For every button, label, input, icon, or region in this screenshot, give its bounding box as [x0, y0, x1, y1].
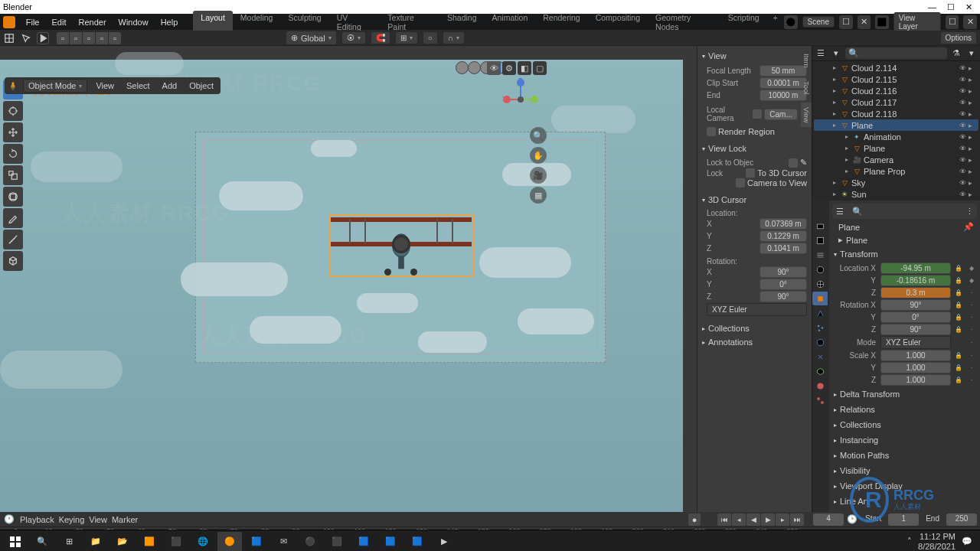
pivot-dropdown[interactable]: ⦿▾	[341, 31, 366, 44]
view-camera-toggle-icon[interactable]: 👁	[487, 61, 501, 75]
local-camera-checkbox[interactable]	[753, 109, 762, 119]
prop-tab-modifier[interactable]	[812, 306, 828, 320]
lock-object-field[interactable]	[789, 158, 798, 168]
tab-uvediting[interactable]: UV Editing	[329, 11, 381, 34]
timeline-menu-keying[interactable]: Keying	[59, 515, 85, 524]
panel-annotations-header[interactable]: Annotations	[701, 335, 808, 349]
close-button[interactable]: ✕	[965, 2, 972, 12]
outliner-item-cloud-2-116[interactable]: ▸Cloud 2.116👁▸	[814, 85, 978, 96]
eye-icon[interactable]: 👁	[959, 76, 968, 83]
eye-icon[interactable]: 👁	[959, 191, 968, 198]
keyframe-icon[interactable]: ·	[966, 302, 977, 308]
gizmo-toggle-icon[interactable]: ⚙	[502, 61, 516, 75]
header-menu-view[interactable]: View	[92, 80, 118, 92]
scale-z-field[interactable]: 1.000	[880, 374, 951, 386]
scale-x-field[interactable]: 1.000	[880, 350, 951, 361]
cam-to-view-checkbox[interactable]	[736, 178, 745, 187]
keyframe-icon[interactable]: ·	[966, 339, 977, 346]
prop-editor-icon[interactable]: ☰	[834, 205, 846, 217]
location-z-field[interactable]: 0.3 m	[880, 287, 951, 298]
cursor-loc-z-field[interactable]: 0.1041 m	[760, 243, 807, 254]
scale-tool[interactable]	[3, 165, 23, 185]
cursor-tool-icon[interactable]	[20, 32, 32, 44]
eye-icon[interactable]: 👁	[959, 133, 968, 141]
menu-help[interactable]: Help	[155, 16, 185, 28]
transform-panel-header[interactable]: Transform	[832, 246, 977, 262]
disable-icon[interactable]: ▸	[969, 64, 977, 72]
viewlayer-name-field[interactable]: View Layer	[893, 12, 941, 32]
viewlayer-browse-icon[interactable]	[875, 15, 889, 29]
photoshop2-icon[interactable]: 🟦	[405, 532, 430, 552]
snap-element-dropdown[interactable]: ⊞▾	[395, 31, 418, 44]
proportional-falloff-dropdown[interactable]: ∩▾	[443, 31, 465, 44]
tray-chevron-icon[interactable]: ˄	[907, 536, 912, 546]
rotation-z-field[interactable]: 90°	[880, 324, 951, 335]
lock-icon[interactable]: 🔒	[953, 277, 964, 284]
disable-icon[interactable]: ▸	[969, 168, 977, 175]
disable-icon[interactable]: ▸	[969, 99, 977, 106]
keyframe-prev-button[interactable]: ◂	[732, 514, 746, 526]
eyedropper-icon[interactable]: ✎	[800, 158, 807, 168]
location-x-field[interactable]: -94.95 m	[880, 262, 951, 274]
tab-geonodes[interactable]: Geometry Nodes	[648, 11, 720, 34]
lock-icon[interactable]: 🔒	[953, 302, 964, 308]
xray-toggle-icon[interactable]: ▢	[533, 61, 547, 75]
cursor-rot-x-field[interactable]: 90°	[760, 266, 807, 278]
timeline-menu-view[interactable]: View	[89, 515, 107, 524]
search-taskbar-icon[interactable]: 🔍	[30, 532, 54, 552]
outliner-item-sky[interactable]: ▸Sky👁▸	[814, 177, 978, 188]
object-mode-dropdown[interactable]: Object Mode▾	[23, 79, 87, 93]
scene-name-field[interactable]: Scene	[802, 16, 835, 28]
outliner-item-camera[interactable]: ▸Camera👁▸	[814, 154, 978, 165]
prop-tab-object[interactable]	[812, 292, 828, 305]
prop-tab-particles[interactable]	[812, 321, 828, 334]
panel-3dcursor-header[interactable]: 3D Cursor	[701, 193, 808, 207]
eye-icon[interactable]: 👁	[959, 99, 968, 106]
header-menu-select[interactable]: Select	[122, 80, 154, 92]
lock-icon[interactable]: 🔒	[953, 265, 964, 272]
mail-icon[interactable]: ✉	[271, 532, 296, 552]
tab-layout[interactable]: Layout	[193, 11, 233, 34]
add-cube-tool[interactable]	[3, 251, 23, 271]
scale-y-field[interactable]: 1.000	[880, 362, 951, 373]
outliner-display-mode-icon[interactable]: ▾	[830, 47, 842, 60]
prop-tab-world[interactable]	[812, 277, 828, 291]
disable-icon[interactable]: ▸	[969, 156, 977, 164]
lock-icon[interactable]: 🔒	[953, 289, 964, 296]
play-reverse-button[interactable]: ◀	[746, 514, 760, 526]
rotation-mode-dropdown[interactable]: XYZ Euler	[880, 336, 951, 349]
viewport-3d[interactable]: 👁 ⚙ ◧ ▢ Camera Perspective (4) Col	[0, 46, 697, 512]
lock-icon[interactable]: 🔒	[953, 352, 964, 359]
rotation-y-field[interactable]: 0°	[880, 311, 951, 323]
zoom-icon[interactable]: 🔍	[530, 127, 547, 144]
pin-icon[interactable]: 📌	[963, 222, 974, 232]
lock-icon[interactable]: 🔒	[953, 377, 964, 383]
location-y-field[interactable]: -0.18616 m	[880, 275, 951, 286]
panel-viewlock-header[interactable]: View Lock	[701, 142, 808, 155]
annotate-tool[interactable]	[3, 208, 23, 228]
tab-shading[interactable]: Shading	[439, 11, 485, 34]
outliner-item-sun[interactable]: ▸Sun👁▸	[814, 188, 978, 200]
panel-instancing-header[interactable]: Instancing	[832, 432, 977, 448]
rotation-x-field[interactable]: 90°	[880, 299, 951, 311]
chrome-icon[interactable]: 🌐	[191, 532, 215, 552]
npanel-tab-view[interactable]: View	[801, 103, 812, 127]
render-region-checkbox[interactable]	[707, 127, 716, 136]
pan-hand-icon[interactable]: ✋	[530, 147, 547, 164]
tab-scripting[interactable]: Scripting	[720, 11, 767, 34]
npanel-tab-item[interactable]: Item	[801, 49, 812, 72]
jump-end-button[interactable]: ⏭	[790, 514, 804, 526]
outliner-item-plane[interactable]: ▸Plane👁▸	[814, 119, 978, 131]
tab-texturepaint[interactable]: Texture Paint	[380, 11, 439, 34]
prop-tab-viewlayer[interactable]	[812, 248, 828, 262]
prop-tab-material[interactable]	[812, 379, 828, 393]
disable-icon[interactable]: ▸	[969, 133, 977, 141]
tab-compositing[interactable]: Compositing	[588, 11, 648, 34]
maximize-button[interactable]: ☐	[947, 2, 955, 12]
tab-animation[interactable]: Animation	[485, 11, 536, 34]
panel-delta-transform-header[interactable]: Delta Transform	[832, 386, 977, 402]
shading-solid-icon[interactable]	[468, 61, 481, 74]
header-menu-add[interactable]: Add	[158, 80, 181, 92]
timeline-menu-playback[interactable]: Playback	[20, 515, 54, 524]
eye-icon[interactable]: 👁	[959, 110, 968, 118]
